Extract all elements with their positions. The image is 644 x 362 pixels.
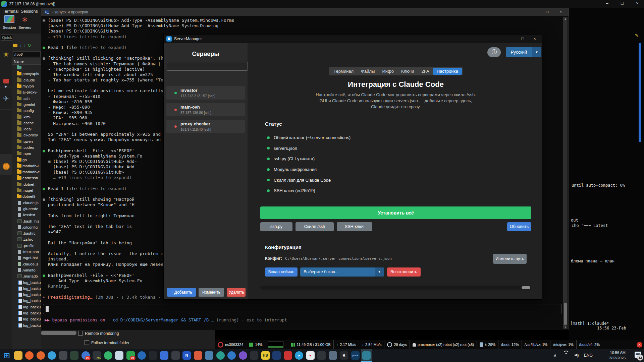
favorites-star-icon[interactable]: ★ [0,45,12,65]
quick-install-button[interactable]: ssh.py [260,222,292,231]
tools-knife-icon[interactable] [0,67,12,87]
file-row[interactable]: .mariadb_ [12,273,41,279]
file-row[interactable]: .tmux.con [12,249,41,255]
taskbar-item-app-steel[interactable] [204,349,215,362]
file-row[interactable]: .viminfo [12,267,41,273]
session-button[interactable]: Session [1,14,18,29]
checkbox-icon[interactable] [78,331,83,336]
file-row[interactable]: log_backu [12,286,41,292]
sessions-plane-icon[interactable]: ✈ [0,89,12,110]
taskbar-item-notepad[interactable] [114,349,125,362]
taskbar-item-opera[interactable]: ● [305,349,316,362]
sm-close-icon[interactable]: × [529,36,540,41]
sm-maximize-icon[interactable]: □ [517,36,528,41]
tab-терминал[interactable]: Терминал [330,68,357,75]
terminal-minimize-icon[interactable]: – [529,9,539,14]
menu-terminal[interactable]: Terminal [3,9,18,14]
language-indicator[interactable]: ENG [583,349,594,362]
terminal-titlebar[interactable]: >_ · запуск и проверка – □ × [41,8,569,16]
tab-2fa[interactable]: 2FA [418,68,433,75]
taskbar-item-app-dark-1[interactable] [58,349,69,362]
menu-sessions[interactable]: Sessions [21,9,38,14]
taskbar-item-firefox[interactable] [35,349,46,362]
backup-select[interactable]: Выберите бэкап... ▾ [300,267,384,277]
file-row[interactable]: .dotnet [12,181,41,187]
server-list-item[interactable]: main-ovh37.187.136.86 [ssh] [166,103,245,116]
taskbar-item-app-hs[interactable]: HS [260,349,271,362]
taskbar-item-whatsapp[interactable] [103,349,114,362]
wifi-icon[interactable] [562,349,570,362]
download-icon[interactable]: ↓ [19,43,22,48]
backup-now-button[interactable]: Бэкап сейчас [265,267,298,277]
file-row[interactable]: .gitconfig [12,224,41,230]
upload-icon[interactable]: ↑ [23,43,26,48]
maximize-icon[interactable]: □ [615,1,629,6]
taskbar-item-edge[interactable] [46,349,57,362]
server-search-input[interactable] [167,62,248,71]
chevron-down-icon[interactable]: ▾ [532,47,541,57]
taskbar-item-app-navy[interactable] [271,349,282,362]
servers-button[interactable]: ∗ Servers [16,14,34,29]
file-row[interactable]: log_backu [12,292,41,298]
scroll-up-icon[interactable]: ▲ [563,17,568,20]
tray-chevron-icon[interactable]: ∧ [552,349,558,362]
file-row[interactable]: .kimi [12,114,41,120]
tab-настройка[interactable]: Настройка [433,68,462,75]
file-row[interactable]: dotnet9 [12,193,41,199]
taskbar-item-app-gray[interactable] [327,349,338,362]
file-row[interactable]: .npm [12,150,41,157]
taskbar-item-app-dark-4[interactable] [316,349,327,362]
taskbar-item-app-orange[interactable] [193,349,204,362]
taskbar-item-vscode[interactable] [159,349,170,362]
servermanager-titlebar[interactable]: ServerManager – □ × [164,35,542,43]
terminal-input-box[interactable] [43,304,561,314]
file-row[interactable]: .wget-hst [12,255,41,261]
taskbar-item-compass[interactable] [136,349,147,362]
taskbar-item-start[interactable]: ⊞ [1,349,12,362]
file-row[interactable]: .nuget [12,187,41,193]
file-row[interactable]: log_backu [12,316,41,322]
quick-install-button[interactable]: Скилл /ssh [296,222,334,231]
tab-файлы[interactable]: Файлы [357,68,378,75]
info-button[interactable]: i [487,47,501,57]
add-server-button[interactable]: + Добавить [167,288,196,297]
file-row[interactable]: .claude.js [12,261,41,267]
file-row[interactable]: myvpn [12,83,41,89]
delete-server-button[interactable]: Удалить [227,288,246,297]
file-row[interactable]: .config [12,108,41,114]
restore-button[interactable]: Восстановить [387,267,421,277]
file-row[interactable]: .gemini [12,102,41,108]
sftp-globe-icon[interactable] [0,154,12,175]
scrollbar-thumb[interactable] [522,286,530,289]
file-row[interactable]: proxyapis [12,71,41,77]
file-row[interactable]: .bashrc [12,230,41,236]
file-row[interactable]: .claude.js [12,200,41,206]
scroll-down-icon[interactable]: ▼ [563,326,568,329]
taskbar-item-app-dark-3[interactable] [249,349,260,362]
monitor-close-icon[interactable]: ✕ [637,342,642,348]
sm-horizontal-scrollbar[interactable] [260,286,531,290]
tray-clock[interactable]: 10:56 AM2/23/2026 [609,350,626,362]
file-row[interactable]: .cli-proxy [12,132,41,138]
scrollbar-accent-strip[interactable] [639,43,641,142]
sm-minimize-icon[interactable]: – [503,36,515,41]
file-row[interactable]: endlessh [12,175,41,181]
taskbar-item-app-blue[interactable] [226,349,237,362]
refresh-button[interactable]: Обновить [507,222,531,231]
scrollbar-thumb[interactable] [564,303,567,325]
file-row[interactable]: .lesshst [12,212,41,218]
follow-terminal-checkbox[interactable]: Follow terminal folder [85,340,129,346]
taskbar-item-app-teal[interactable] [215,349,226,362]
terminal-close-icon[interactable]: × [556,9,566,14]
taskbar-item-app-red[interactable] [282,349,293,362]
file-row[interactable]: .. [12,65,41,71]
edit-server-button[interactable]: Изменить [199,288,224,297]
file-row[interactable]: log_backu [12,310,41,316]
file-row[interactable]: .git-crede [12,206,41,212]
language-select[interactable]: Русский ▾ [506,47,541,57]
file-row[interactable]: log_backu [12,304,41,310]
file-row[interactable]: log_backu [12,322,41,328]
speaker-icon[interactable]: ) [573,349,580,362]
taskbar-item-telegram[interactable]: ➤ [293,349,305,362]
checkbox-icon[interactable] [85,340,89,345]
